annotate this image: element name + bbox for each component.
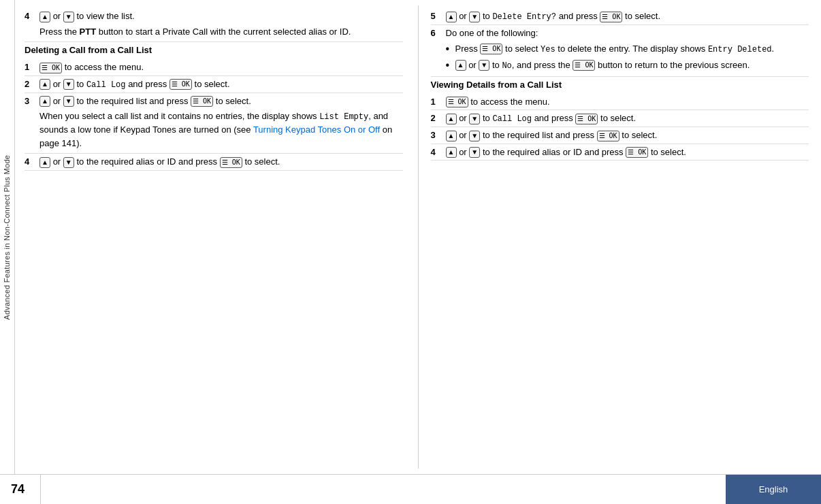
- ok-button-icon: ☰ OK: [597, 131, 619, 141]
- arrow-up-icon: ▲: [446, 131, 457, 141]
- viewing-section-title: Viewing Details from a Call List: [431, 80, 809, 90]
- step-4-top: 4 ▲ or ▼ to view the list. Press the PTT…: [25, 10, 403, 42]
- arrow-up-icon: ▲: [39, 96, 50, 107]
- right-step-6: 6 Do one of the following: • Press ☰ OK …: [431, 27, 809, 77]
- sidebar-label: Advanced Features in Non-Connect Plus Mo…: [0, 0, 15, 474]
- ok-button-icon: ☰ OK: [446, 97, 468, 107]
- arrow-up-icon: ▲: [39, 79, 50, 90]
- right-step-5: 5 ▲ or ▼ to Delete Entry? and press ☰ OK…: [431, 10, 809, 25]
- arrow-down-icon: ▼: [469, 147, 480, 158]
- deleting-section-title: Deleting a Call from a Call List: [25, 45, 403, 55]
- ok-button-icon: ☰ OK: [600, 12, 622, 22]
- right-column: 5 ▲ or ▼ to Delete Entry? and press ☰ OK…: [421, 5, 822, 469]
- arrow-up-icon: ▲: [455, 60, 466, 71]
- footer-spacer: [41, 475, 726, 504]
- ok-button-icon: ☰ OK: [39, 63, 62, 73]
- arrow-up-icon: ▲: [446, 147, 457, 158]
- bullet-item-2: • ▲ or ▼ to No, and press the ☰ OK butto…: [446, 58, 809, 72]
- page-number: 74: [0, 475, 41, 504]
- right-step-1: 1 ☰ OK to access the menu.: [431, 95, 809, 111]
- left-step-2: 2 ▲ or ▼ to Call Log and press ☰ OK to s…: [25, 78, 403, 93]
- ok-button-icon: ☰ OK: [170, 79, 192, 90]
- arrow-down-icon: ▼: [63, 96, 74, 107]
- ok-button-icon: ☰ OK: [573, 60, 595, 71]
- ok-button-icon: ☰ OK: [480, 44, 502, 54]
- keypad-tones-link[interactable]: Turning Keypad Tones On or Off: [253, 124, 380, 135]
- column-divider: [418, 5, 419, 469]
- arrow-down-icon: ▼: [469, 114, 480, 124]
- arrow-up-icon: ▲: [446, 114, 457, 124]
- left-step-3: 3 ▲ or ▼ to the required list and press …: [25, 95, 403, 154]
- footer: 74 English: [0, 474, 821, 504]
- arrow-down-icon: ▼: [479, 60, 489, 71]
- ok-button-icon: ☰ OK: [575, 114, 598, 124]
- left-column: 4 ▲ or ▼ to view the list. Press the PTT…: [15, 5, 415, 469]
- left-step-4: 4 ▲ or ▼ to the required alias or ID and…: [25, 155, 403, 171]
- step6-bullet-list: • Press ☰ OK to select Yes to delete the…: [446, 42, 809, 72]
- left-step-1: 1 ☰ OK to access the menu.: [25, 61, 403, 76]
- arrow-down-icon: ▼: [469, 131, 480, 141]
- arrow-up-icon: ▲: [446, 12, 457, 22]
- arrow-down-icon: ▼: [63, 79, 74, 90]
- arrow-down-icon: ▼: [469, 12, 480, 22]
- content-area: 4 ▲ or ▼ to view the list. Press the PTT…: [15, 0, 821, 474]
- page-container: Advanced Features in Non-Connect Plus Mo…: [0, 0, 821, 474]
- bullet-item-1: • Press ☰ OK to select Yes to delete the…: [446, 42, 809, 56]
- right-step-2: 2 ▲ or ▼ to Call Log and press ☰ OK to s…: [431, 112, 809, 127]
- right-step-3: 3 ▲ or ▼ to the required list and press …: [431, 129, 809, 144]
- ok-button-icon: ☰ OK: [220, 157, 242, 168]
- ok-button-icon: ☰ OK: [191, 96, 213, 107]
- language-button[interactable]: English: [726, 475, 821, 504]
- arrow-up-icon: ▲: [39, 157, 50, 168]
- arrow-down-icon: ▼: [63, 157, 74, 168]
- arrow-up-icon: ▲: [39, 12, 50, 22]
- right-step-4: 4 ▲ or ▼ to the required alias or ID and…: [431, 146, 809, 161]
- ok-button-icon: ☰ OK: [626, 147, 648, 158]
- arrow-down-icon: ▼: [63, 12, 74, 22]
